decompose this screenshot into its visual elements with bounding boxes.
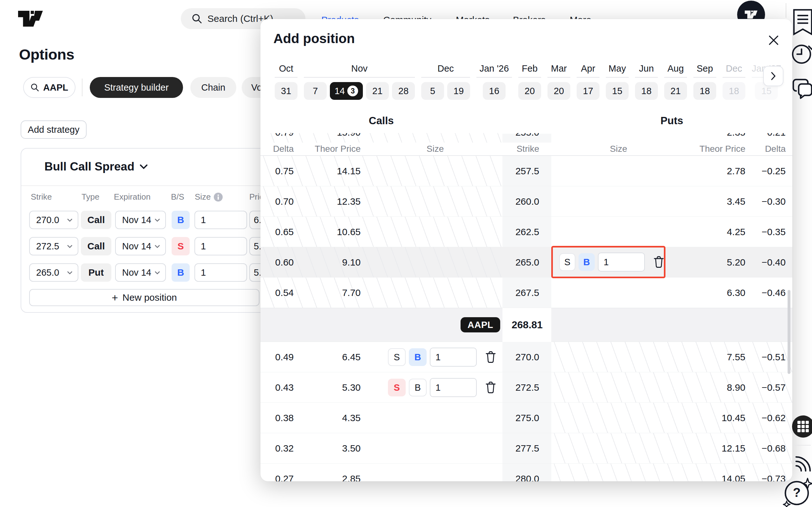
tab-chain[interactable]: Chain (190, 77, 236, 98)
chevron-down-icon (67, 245, 72, 248)
call-delta: 0.32 (267, 433, 294, 463)
date-chip[interactable]: 16 (483, 82, 506, 100)
buy-button[interactable]: B (578, 253, 595, 271)
month-group: May 15 (606, 63, 629, 100)
date-chip[interactable]: 18 (693, 82, 716, 100)
search-icon (31, 83, 39, 92)
expiration-selector: Oct 31 Nov 7 14 3 21 28 Dec 5 (275, 63, 781, 100)
chat-icon[interactable] (792, 78, 812, 100)
put-delta: −0.46 (751, 278, 786, 308)
bs-toggle[interactable]: S (171, 237, 190, 256)
date-chip[interactable]: 21 (366, 82, 389, 100)
sell-button[interactable]: S (388, 348, 406, 366)
hatch-calls (260, 278, 502, 308)
calls-heading: Calls (369, 115, 394, 127)
header-put-size: Size (577, 143, 659, 155)
trash-icon[interactable] (654, 256, 664, 268)
expiration-select[interactable]: Nov 14 (115, 263, 166, 282)
apps-grid-icon[interactable] (792, 415, 812, 438)
buy-button[interactable]: B (409, 379, 426, 396)
buy-button[interactable]: B (409, 348, 426, 366)
header-put-delta: Delta (751, 143, 786, 155)
call-delta: 0.27 (267, 464, 294, 481)
size-input[interactable] (194, 263, 247, 282)
leg-row: 265.0 Put Nov 14 B 5. (21, 263, 270, 282)
strike-value: 275.0 (502, 403, 539, 433)
strike-select[interactable]: 270.0 (29, 211, 78, 229)
date-chip[interactable]: 31 (275, 82, 298, 100)
expiration-select[interactable]: Nov 14 (115, 237, 166, 256)
strike-select[interactable]: 272.5 (29, 237, 78, 256)
col-size-label: Size (195, 192, 211, 202)
date-chip[interactable]: 19 (447, 82, 470, 100)
chain-row: 0.43 5.30 S B 272.5 8.90 −0.57 (260, 372, 792, 403)
put-size-widget-highlighted: S B (551, 246, 665, 278)
bs-toggle[interactable]: B (171, 211, 190, 229)
position-size-input[interactable] (430, 348, 477, 367)
info-icon[interactable] (213, 192, 223, 202)
chain-row-partial: 0.27 2.85 280.0 14.05 −0.73 (260, 464, 792, 481)
put-delta: −0.51 (751, 342, 786, 372)
month-label: Nov (304, 63, 415, 78)
underlying-price: 268.81 (512, 308, 543, 342)
next-months-button[interactable] (763, 66, 783, 86)
call-delta: 0.79 (267, 133, 294, 138)
call-delta: 0.54 (267, 278, 294, 308)
chain-row: 0.75 14.15 257.5 2.78 −0.25 (260, 156, 792, 186)
size-input[interactable] (194, 237, 247, 256)
month-label: Jun (635, 63, 658, 78)
bs-toggle[interactable]: B (171, 263, 190, 282)
type-button[interactable]: Call (81, 237, 111, 256)
close-icon[interactable] (766, 33, 781, 48)
leg-row: 270.0 Call Nov 14 B 6. (21, 211, 270, 229)
page-title: Options (19, 46, 74, 63)
date-chip-selected[interactable]: 14 3 (330, 82, 363, 100)
chain-row: 0.70 12.35 260.0 3.45 −0.30 (260, 186, 792, 217)
strategy-select[interactable]: Bull Call Spread (44, 160, 148, 173)
tab-strategy-builder[interactable]: Strategy builder (90, 77, 183, 98)
strike-value: 267.5 (502, 278, 539, 308)
date-chip-disabled: 18 (722, 82, 745, 100)
col-strike: Strike (31, 192, 52, 202)
month-label: Mar (548, 63, 570, 78)
help-sparkle-icon[interactable]: ? (783, 478, 812, 507)
news-feed-icon[interactable] (793, 9, 812, 36)
date-chip[interactable]: 28 (392, 82, 415, 100)
date-chip[interactable]: 17 (577, 82, 600, 100)
alerts-clock-icon[interactable] (791, 42, 812, 65)
sell-button[interactable]: S (559, 253, 575, 271)
type-button[interactable]: Put (81, 263, 111, 282)
date-chip[interactable]: 20 (548, 82, 570, 100)
tradingview-logo[interactable] (18, 11, 43, 26)
position-count-badge: 3 (347, 86, 358, 96)
hatch-calls (260, 156, 502, 186)
strike-select[interactable]: 265.0 (29, 263, 78, 282)
strike-value: 272.5 (36, 241, 59, 251)
header-call-size: Size (397, 143, 473, 155)
trash-icon[interactable] (486, 382, 496, 394)
type-button[interactable]: Call (81, 211, 111, 229)
leg-row: 272.5 Call Nov 14 S 5. (21, 237, 270, 256)
symbol-search-chip[interactable]: AAPL (23, 77, 75, 98)
position-size-input[interactable] (430, 378, 477, 397)
date-chip[interactable]: 21 (664, 82, 687, 100)
expiration-value: Nov 14 (122, 241, 151, 251)
panel-divider (21, 185, 270, 186)
date-chip[interactable]: 5 (421, 82, 444, 100)
data-connection-icon[interactable] (794, 452, 812, 472)
sell-button[interactable]: S (388, 379, 406, 396)
position-size-input[interactable] (598, 252, 645, 272)
date-chip[interactable]: 20 (518, 82, 541, 100)
expiration-select[interactable]: Nov 14 (115, 211, 166, 229)
date-chip[interactable]: 15 (606, 82, 629, 100)
scrollbar-thumb[interactable] (788, 290, 791, 374)
month-label: Sep (693, 63, 716, 78)
new-position-button[interactable]: + New position (29, 289, 259, 306)
date-chip[interactable]: 18 (635, 82, 658, 100)
header-put-theor: Theor Price (688, 143, 745, 155)
size-input[interactable] (194, 211, 247, 229)
add-strategy-button[interactable]: Add strategy (20, 120, 87, 139)
date-chip[interactable]: 7 (304, 82, 327, 100)
trash-icon[interactable] (486, 351, 496, 363)
chevron-down-icon (140, 164, 148, 169)
